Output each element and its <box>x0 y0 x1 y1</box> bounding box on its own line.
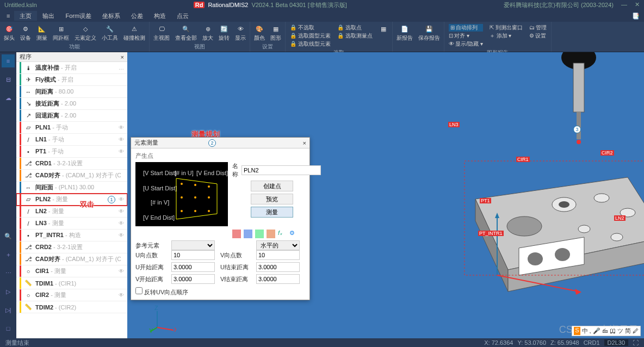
prog-item-20[interactable]: 📏TDIM2 - (CIR2) <box>16 301 127 313</box>
prog-item-2[interactable]: ↔间距离 - 80.00 <box>16 86 127 98</box>
rbtn-碰撞检测[interactable]: ⚠碰撞检测 <box>122 23 147 43</box>
inp-U结束距离[interactable] <box>256 262 300 272</box>
rbtn-设备[interactable]: ⚙设备 <box>18 23 33 43</box>
r6-1[interactable]: ⊡ 对齐 ▾ <box>449 32 483 40</box>
ref-combo[interactable] <box>171 240 215 250</box>
inp-U向点数[interactable] <box>171 250 215 260</box>
rbtn-主视图[interactable]: 🖵主视图 <box>152 23 171 43</box>
sel-选取圆型元素[interactable]: 🔒 选取圆型元素 <box>290 32 331 40</box>
sel-选取点[interactable]: 🔒 选取点 <box>337 24 373 32</box>
measure-button[interactable]: 测量 <box>251 207 293 218</box>
tab-6[interactable]: 点云 <box>171 11 194 21</box>
rbtn-元素定义[interactable]: ◇元素定义 <box>73 23 98 43</box>
create-point-button[interactable]: 创建点 <box>251 181 293 191</box>
r6-5[interactable]: 🗂 管理 <box>529 24 547 32</box>
status-bar: 测量结束 X: 72.6364 Y: 53.0760 Z: 65.9948 CR… <box>0 338 644 347</box>
prog-item-17[interactable]: ○CIR1 - 测量👁 <box>16 265 127 277</box>
select-cad-button[interactable]: ▦ <box>377 23 390 35</box>
rail-list-icon[interactable]: ≡ <box>2 54 15 67</box>
sel-不选取[interactable]: 🔒 不选取 <box>290 24 331 32</box>
prog-item-4[interactable]: ↗回退距离 - 2.00 <box>16 110 127 122</box>
ti-fx[interactable]: fₓ <box>278 230 287 238</box>
prog-item-11[interactable]: ▱PLN2 - 测量1👁 <box>16 194 127 206</box>
inp-V向点数[interactable] <box>256 250 300 260</box>
prog-item-7[interactable]: •PT1 - 手动👁 <box>16 146 127 158</box>
prog-item-0[interactable]: 🌡温度补偿 - 开启… <box>16 62 127 74</box>
prog-item-9[interactable]: ⎇CAD对齐 - (CADM_1) 对齐于 (CRD1) <box>16 170 127 182</box>
rail-dots-icon[interactable]: ⋯ <box>2 267 15 280</box>
rbtn-测量[interactable]: 📐测量 <box>35 23 49 43</box>
section-label: 产生点 <box>135 152 305 160</box>
prog-item-14[interactable]: •PT_INTR1 - 构造👁 <box>16 230 127 241</box>
prog-item-18[interactable]: 📏TDIM1 - (CIR1) <box>16 277 127 289</box>
svg-text:Z: Z <box>154 306 158 311</box>
rail-tree-icon[interactable]: ⊟ <box>2 73 15 86</box>
rbtn-探头[interactable]: 🎯探头 <box>2 23 16 43</box>
orient-combo[interactable]: 水平的 <box>256 240 300 250</box>
rbtn-图形[interactable]: ▦图形 <box>269 23 283 43</box>
rail-step-icon[interactable]: ▷| <box>2 303 15 317</box>
dialog-close-icon[interactable]: × <box>303 140 306 146</box>
r6-4[interactable]: ＋ 添加 ▾ <box>490 32 523 40</box>
rbtn-放大[interactable]: ⊕放大 <box>201 23 215 43</box>
prog-item-19[interactable]: ○CIR2 - 测量👁 <box>16 289 127 301</box>
close-icon[interactable]: ✕ <box>635 1 640 9</box>
tab-5[interactable]: 构造 <box>148 11 171 21</box>
tab-3[interactable]: 坐标系 <box>97 11 126 21</box>
preview-button[interactable]: 预览 <box>251 194 293 205</box>
rail-play-icon[interactable]: ▷ <box>2 285 15 298</box>
rbtn-颜色[interactable]: 🎨颜色 <box>252 23 267 43</box>
ti-6[interactable]: ⚙ <box>289 230 298 238</box>
r6-3[interactable]: ⇱ 到测出窗口 <box>490 24 523 32</box>
tab-0[interactable]: 主页 <box>14 11 37 21</box>
svg-point-6 <box>594 194 609 202</box>
rbtn-新报告[interactable]: 📄新报告 <box>395 23 414 43</box>
tab-2[interactable]: Form误差 <box>60 11 97 21</box>
rbtn-间距框[interactable]: ⊞间距框 <box>51 23 71 43</box>
ime-bar[interactable]: S中 , 🎤 🖮 🕮 ツ 简 🖉 <box>572 326 641 336</box>
sel-选取线型元素[interactable]: 🔒 选取线型元素 <box>290 40 331 48</box>
prog-item-10[interactable]: ↔间距面 - (PLN1) 30.00 <box>16 182 127 194</box>
rbtn-小工具[interactable]: 🔧小工具 <box>100 23 120 43</box>
rbtn-显示[interactable]: 👁显示 <box>233 23 247 43</box>
prog-item-8[interactable]: ⎇CRD1 - 3-2-1设置 <box>16 158 127 170</box>
rail-stop-icon[interactable]: □ <box>2 322 15 335</box>
prog-item-1[interactable]: ✈Fly模式 - 开启 <box>16 74 127 86</box>
panel-close-icon[interactable]: × <box>121 54 124 60</box>
inp-V结束距离[interactable] <box>256 274 300 284</box>
rbtn-保存报告[interactable]: 💾保存报告 <box>417 23 442 43</box>
ti-2[interactable] <box>244 230 252 238</box>
prog-item-16[interactable]: ⎇CAD对齐 - (CADM_1) 对齐于 (CRD2) <box>16 253 127 265</box>
status-expand-icon[interactable]: ⛶ <box>633 339 639 346</box>
tab-1[interactable]: 输出 <box>37 11 60 21</box>
r6-2[interactable]: 👁 显示/隐藏 ▾ <box>449 40 483 48</box>
rail-add-icon[interactable]: ＋ <box>2 248 15 261</box>
hamburger-icon[interactable]: ≡ <box>3 11 13 21</box>
prog-item-3[interactable]: ↘接近距离 - 2.00 <box>16 98 127 110</box>
inp-V开始距离[interactable] <box>171 274 215 284</box>
r6-0[interactable]: ⊞ 自动排列 <box>449 24 483 32</box>
annotation-dblclick: 双击 <box>80 200 94 209</box>
tab-4[interactable]: 公差 <box>126 11 148 21</box>
r6-6[interactable]: ⚙ 设置 <box>529 32 547 40</box>
name-input[interactable] <box>242 165 321 175</box>
sel-选取测量点[interactable]: 🔒 选取测量点 <box>337 32 373 40</box>
ti-4[interactable] <box>267 230 275 238</box>
svg-point-3 <box>507 216 542 236</box>
rail-cloud-icon[interactable]: ☁ <box>2 91 15 104</box>
prog-item-5[interactable]: ▱PLN1 - 手动👁 <box>16 122 127 134</box>
prog-item-15[interactable]: ⎇CRD2 - 3-2-1设置 <box>16 241 127 253</box>
reverse-uv-check[interactable]: 反转UV向点顺序 <box>135 289 188 295</box>
status-crd: CRD1 <box>584 339 600 346</box>
ti-1[interactable] <box>232 230 241 238</box>
help-icon[interactable]: 📑 <box>632 13 644 20</box>
rbtn-查看全部[interactable]: 🔍查看全部 <box>174 23 199 43</box>
minimize-icon[interactable]: — <box>621 1 627 9</box>
rbtn-旋转[interactable]: 🔄旋转 <box>217 23 231 43</box>
rail-search-icon[interactable]: 🔍 <box>2 230 15 243</box>
inp-U开始距离[interactable] <box>171 262 215 272</box>
prog-item-6[interactable]: /LN1 - 手动👁 <box>16 134 127 146</box>
ti-3[interactable] <box>255 230 264 238</box>
prog-item-12[interactable]: /LN2 - 测量👁 <box>16 206 127 218</box>
prog-item-13[interactable]: /LN3 - 测量👁 <box>16 218 127 230</box>
